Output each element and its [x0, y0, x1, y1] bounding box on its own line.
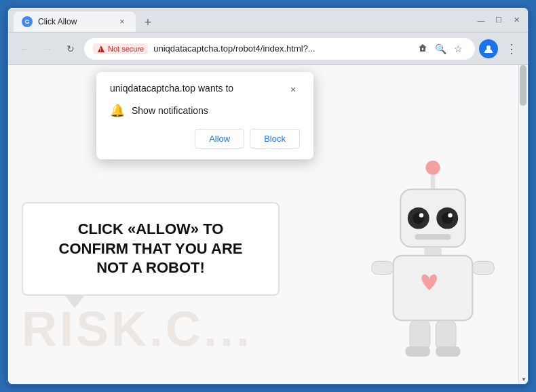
popup-close-button[interactable]: × — [286, 83, 300, 96]
cta-text: CLICK «ALLOW» TO CONFIRM THAT YOU ARE NO… — [42, 220, 259, 278]
svg-rect-20 — [436, 347, 460, 357]
svg-point-11 — [448, 213, 452, 217]
maximize-button[interactable]: ☐ — [493, 14, 505, 26]
svg-rect-17 — [410, 321, 430, 350]
svg-text:!: ! — [100, 47, 101, 52]
notification-label: Show notifications — [132, 105, 208, 116]
menu-button[interactable]: ⋮ — [502, 39, 521, 58]
robot-illustration — [358, 153, 508, 384]
svg-rect-18 — [436, 321, 456, 350]
bell-icon: 🔔 — [110, 103, 125, 118]
bookmark-icon[interactable]: ☆ — [450, 41, 466, 57]
svg-rect-19 — [406, 347, 430, 357]
new-tab-button[interactable]: + — [138, 13, 157, 32]
tab-close-button[interactable]: × — [117, 16, 128, 27]
notification-popup: uniqdatacaptcha.top wants to × 🔔 Show no… — [96, 72, 313, 159]
address-icons: 🔍 ☆ — [415, 41, 466, 57]
scrollbar[interactable]: ▲ ▼ — [518, 65, 528, 384]
title-bar: G Click Allow × + — ☐ ✕ — [8, 8, 528, 33]
url-text: uniqdatacaptcha.top/robot4/index.html?..… — [153, 43, 409, 54]
svg-rect-14 — [394, 256, 473, 321]
allow-button[interactable]: Allow — [195, 129, 244, 149]
popup-notification-row: 🔔 Show notifications — [110, 103, 300, 118]
cta-box: CLICK «ALLOW» TO CONFIRM THAT YOU ARE NO… — [22, 202, 280, 296]
svg-point-10 — [419, 213, 423, 217]
browser-window: G Click Allow × + — ☐ ✕ ← → ↻ ! Not secu… — [7, 7, 529, 385]
forward-button[interactable]: → — [38, 39, 57, 58]
svg-point-3 — [425, 161, 440, 175]
popup-buttons: Allow Block — [110, 129, 300, 149]
reload-button[interactable]: ↻ — [61, 39, 80, 58]
back-button[interactable]: ← — [15, 39, 34, 58]
search-icon[interactable]: 🔍 — [432, 41, 448, 57]
minimize-button[interactable]: — — [475, 14, 487, 26]
active-tab[interactable]: G Click Allow × — [14, 12, 136, 32]
watermark: RISK.C... — [22, 301, 252, 357]
svg-rect-16 — [472, 261, 494, 274]
svg-rect-12 — [415, 234, 451, 240]
address-bar: ← → ↻ ! Not secure uniqdatacaptcha.top/r… — [8, 33, 528, 65]
translate-icon[interactable] — [415, 41, 431, 57]
page-content: RISK.C... — [8, 65, 528, 384]
popup-header: uniqdatacaptcha.top wants to × — [110, 83, 300, 96]
security-label: Not secure — [108, 45, 144, 53]
address-input[interactable]: ! Not secure uniqdatacaptcha.top/robot4/… — [84, 38, 475, 60]
block-button[interactable]: Block — [250, 129, 300, 149]
tab-area: G Click Allow × + — [14, 8, 475, 32]
svg-rect-13 — [424, 247, 442, 256]
close-button[interactable]: ✕ — [510, 14, 522, 26]
scrollbar-thumb[interactable] — [520, 65, 527, 106]
svg-rect-15 — [372, 261, 394, 274]
popup-title: uniqdatacaptcha.top wants to — [110, 83, 233, 94]
scroll-down-arrow[interactable]: ▼ — [519, 374, 528, 384]
profile-button[interactable] — [479, 39, 498, 58]
warning-icon: ! — [97, 45, 105, 53]
tab-favicon: G — [22, 16, 33, 27]
svg-rect-4 — [431, 175, 435, 189]
window-controls: — ☐ ✕ — [475, 14, 522, 26]
tab-title: Click Allow — [38, 17, 111, 26]
security-badge: ! Not secure — [93, 43, 148, 54]
